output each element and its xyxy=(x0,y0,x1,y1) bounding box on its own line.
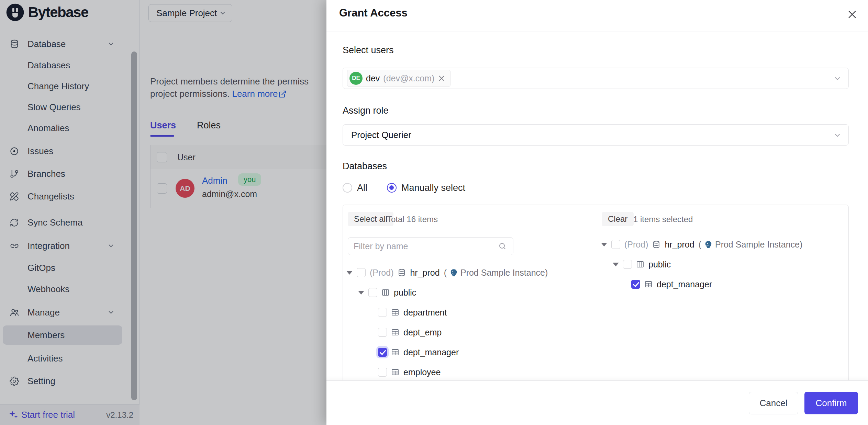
checkbox[interactable] xyxy=(378,308,387,317)
bytebase-app: Bytebase Database Databases Change Histo… xyxy=(0,0,868,425)
checkbox[interactable] xyxy=(357,268,366,277)
tree-row-instance[interactable]: (Prod) hr_prod ( Prod Sample Instance) xyxy=(595,238,842,251)
remove-user-icon[interactable] xyxy=(438,74,445,82)
modal-footer: Cancel Confirm xyxy=(326,380,868,425)
confirm-button[interactable]: Confirm xyxy=(804,392,858,414)
selected-count-label: 1 items selected xyxy=(633,215,693,224)
tree-row-table[interactable]: dept_emp xyxy=(343,325,590,339)
checkbox[interactable] xyxy=(623,260,632,269)
close-icon[interactable] xyxy=(847,9,858,20)
table-icon xyxy=(391,368,399,376)
table-icon xyxy=(391,328,399,336)
cancel-button[interactable]: Cancel xyxy=(749,392,798,414)
assign-role-label: Assign role xyxy=(343,105,389,116)
checkbox[interactable] xyxy=(378,368,387,377)
postgresql-icon xyxy=(449,268,458,277)
modal-body: Select users DE dev (dev@x.com) Assign r… xyxy=(326,32,868,380)
checkbox[interactable] xyxy=(368,288,377,297)
clear-button[interactable]: Clear xyxy=(602,212,634,226)
tree-row-instance[interactable]: (Prod) hr_prod ( Prod Sample Instance) xyxy=(343,266,590,279)
selected-user-chip: DE dev (dev@x.com) xyxy=(347,70,450,87)
database-transfer-panel: Select all Total 16 items (Prod) hr_prod… xyxy=(343,205,849,380)
postgresql-icon xyxy=(704,240,712,249)
transfer-panel-divider xyxy=(595,205,595,380)
databases-label: Databases xyxy=(343,161,387,172)
grant-access-modal: Grant Access Select users DE dev (dev@x.… xyxy=(326,0,868,425)
assign-role-select[interactable]: Project Querier xyxy=(343,124,849,146)
radio-manually-select[interactable] xyxy=(387,183,397,193)
search-icon xyxy=(498,242,507,250)
caret-down-icon[interactable] xyxy=(358,291,364,295)
table-icon xyxy=(644,280,653,288)
checkbox-checked[interactable] xyxy=(378,348,387,357)
database-icon xyxy=(398,268,406,277)
caret-down-icon[interactable] xyxy=(613,263,619,266)
caret-down-icon[interactable] xyxy=(601,243,607,246)
checkbox[interactable] xyxy=(378,328,387,337)
select-users-label: Select users xyxy=(343,45,394,56)
table-icon xyxy=(391,308,399,317)
checkbox[interactable] xyxy=(611,240,620,249)
avatar: DE xyxy=(349,72,363,85)
table-icon xyxy=(391,348,399,356)
radio-manual-label: Manually select xyxy=(401,183,465,193)
schema-icon xyxy=(636,260,644,268)
filter-by-name-input[interactable] xyxy=(348,237,513,255)
modal-title: Grant Access xyxy=(339,7,408,19)
chevron-down-icon xyxy=(833,131,842,139)
tree-row-table[interactable]: dept_manager xyxy=(343,345,590,359)
caret-down-icon[interactable] xyxy=(346,271,353,275)
radio-all-label: All xyxy=(357,183,367,193)
radio-all[interactable] xyxy=(343,183,352,193)
select-users-input[interactable]: DE dev (dev@x.com) xyxy=(343,68,849,89)
database-icon xyxy=(652,240,660,249)
tree-row-schema[interactable]: public xyxy=(343,286,590,299)
chevron-down-icon xyxy=(833,74,842,83)
total-items-label: Total 16 items xyxy=(387,215,438,224)
tree-row-table[interactable]: employee xyxy=(343,365,590,379)
schema-icon xyxy=(381,288,390,297)
tree-row-table[interactable]: dept_manager xyxy=(595,277,842,291)
tree-row-schema[interactable]: public xyxy=(595,257,842,271)
tree-row-table[interactable]: department xyxy=(343,306,590,319)
checkbox-checked[interactable] xyxy=(631,280,640,289)
